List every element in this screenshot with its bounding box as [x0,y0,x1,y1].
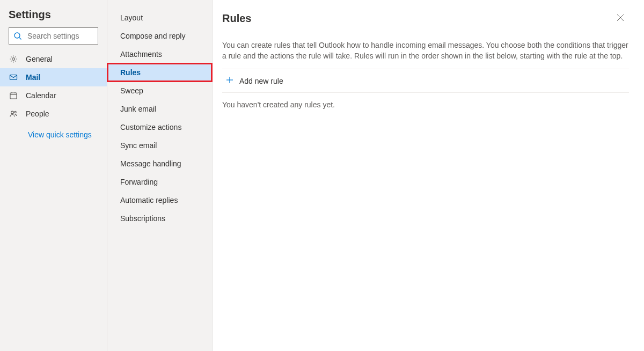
sub-item-compose-and-reply[interactable]: Compose and reply [107,27,212,45]
nav-item-label: People [26,109,49,118]
sub-item-label: Sync email [120,141,157,150]
close-button[interactable] [612,10,629,27]
view-quick-settings-link[interactable]: View quick settings [0,123,107,139]
mail-icon [9,73,18,82]
svg-point-8 [11,111,14,114]
svg-point-0 [14,33,20,38]
calendar-icon [9,91,18,100]
sub-item-label: Compose and reply [120,32,185,40]
sub-item-label: Message handling [120,159,181,168]
nav-item-general[interactable]: General [0,50,107,68]
sub-item-label: Sweep [120,86,143,95]
sub-item-junk-email[interactable]: Junk email [107,100,212,118]
sub-item-layout[interactable]: Layout [107,9,212,27]
sub-item-automatic-replies[interactable]: Automatic replies [107,191,212,209]
sub-item-message-handling[interactable]: Message handling [107,155,212,173]
nav-item-calendar[interactable]: Calendar [0,86,107,105]
people-icon [9,109,18,118]
page-title: Rules [222,12,251,25]
svg-rect-4 [10,93,17,99]
sub-item-attachments[interactable]: Attachments [107,45,212,63]
sub-item-label: Forwarding [120,178,158,186]
sub-item-sync-email[interactable]: Sync email [107,136,212,155]
settings-title: Settings [0,0,107,26]
sub-item-sweep[interactable]: Sweep [107,82,212,100]
search-settings-input[interactable] [26,28,93,44]
sub-item-label: Junk email [120,105,156,113]
add-new-rule-label: Add new rule [239,77,283,85]
svg-point-2 [12,58,15,61]
svg-point-9 [14,111,16,113]
nav-item-label: Calendar [26,91,56,100]
sub-item-label: Rules [120,68,141,77]
nav-item-label: General [26,55,53,63]
sub-item-label: Subscriptions [120,214,165,223]
search-icon [13,32,22,40]
sub-item-rules[interactable]: Rules [107,63,212,82]
search-settings-box[interactable] [9,27,98,45]
sub-item-subscriptions[interactable]: Subscriptions [107,209,212,228]
nav-item-people[interactable]: People [0,105,107,123]
add-new-rule-button[interactable]: Add new rule [222,69,629,93]
nav-item-label: Mail [26,73,40,82]
rules-description: You can create rules that tell Outlook h… [222,40,629,69]
sub-item-label: Layout [120,13,143,22]
nav-item-mail[interactable]: Mail [0,68,107,86]
plus-icon [225,76,234,86]
close-icon [617,14,624,23]
svg-line-1 [19,38,21,40]
gear-icon [9,55,18,63]
sub-item-forwarding[interactable]: Forwarding [107,173,212,191]
sub-item-label: Customize actions [120,123,181,131]
sub-item-label: Attachments [120,50,162,58]
rules-empty-state: You haven't created any rules yet. [222,93,629,109]
sub-item-label: Automatic replies [120,196,178,204]
sub-item-customize-actions[interactable]: Customize actions [107,118,212,136]
